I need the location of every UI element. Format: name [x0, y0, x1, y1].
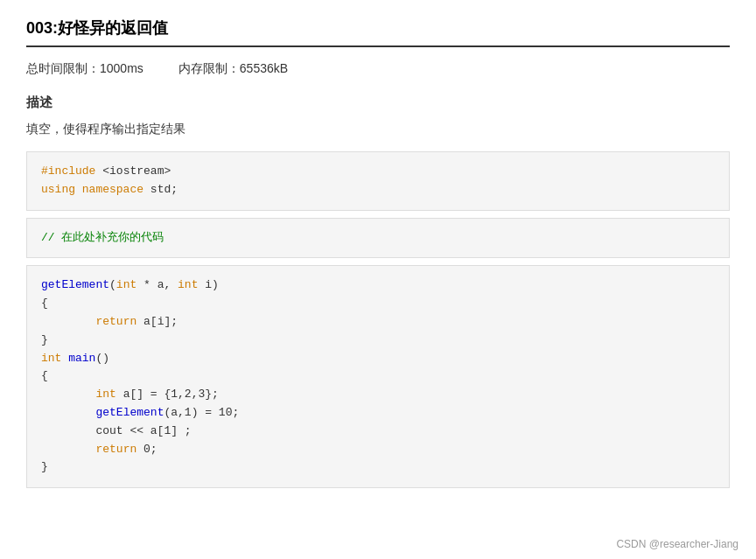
main-container: 003:好怪异的返回值 总时间限制：1000ms 内存限制：65536kB 描述… [0, 0, 756, 509]
memory-limit: 内存限制：65536kB [178, 61, 288, 77]
meta-info: 总时间限制：1000ms 内存限制：65536kB [26, 61, 730, 77]
section-title: 描述 [26, 94, 730, 111]
code-block-2: // 在此处补充你的代码 [26, 218, 730, 259]
time-limit: 总时间限制：1000ms [26, 61, 144, 77]
description: 填空，使得程序输出指定结果 [26, 122, 730, 137]
code-block-3: getElement(int * a, int i) { return a[i]… [26, 265, 730, 488]
code-block-1: #include <iostream> using namespace std; [26, 151, 730, 211]
footer-credit: CSDN @researcher-Jiang [616, 538, 738, 550]
page-title: 003:好怪异的返回值 [26, 17, 730, 47]
